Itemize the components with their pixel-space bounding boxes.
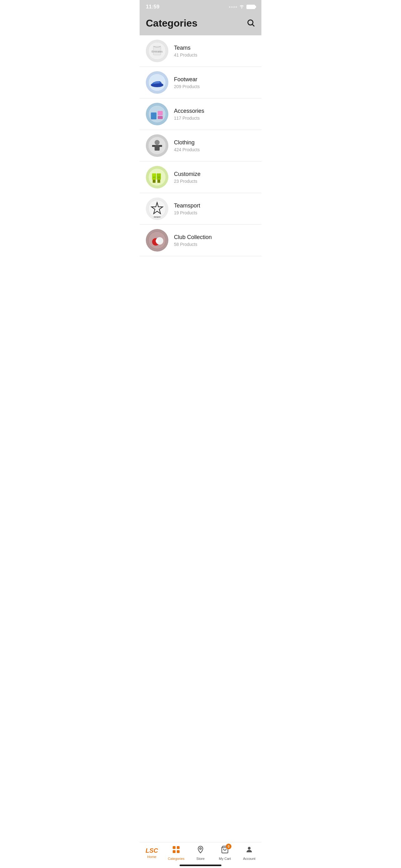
- svg-rect-11: [158, 111, 163, 115]
- battery-icon: [246, 5, 255, 9]
- svg-text:Emirates: Emirates: [152, 50, 163, 53]
- category-image-teamsport: starsport: [146, 197, 168, 220]
- svg-text:10: 10: [153, 176, 155, 178]
- category-list: Emirates Teams 41 Products Footwear 209 …: [140, 35, 261, 287]
- svg-rect-24: [157, 180, 160, 183]
- category-name-clothing: Clothing: [174, 140, 200, 146]
- status-time: 11:59: [146, 4, 159, 10]
- category-image-footwear: [146, 71, 168, 94]
- category-image-accessories: [146, 103, 168, 125]
- svg-line-1: [252, 24, 254, 26]
- page-header: Categories: [140, 14, 261, 35]
- svg-rect-12: [158, 116, 163, 119]
- category-count-teams: 41 Products: [174, 53, 197, 58]
- category-count-clothing: 424 Products: [174, 147, 200, 152]
- wifi-icon: [239, 4, 244, 10]
- search-button[interactable]: [246, 19, 255, 28]
- svg-rect-16: [152, 145, 155, 147]
- category-name-accessories: Accessories: [174, 108, 204, 114]
- category-item-teamsport[interactable]: starsport Teamsport 19 Products: [140, 193, 261, 225]
- status-icons: [229, 4, 255, 10]
- category-count-customize: 23 Products: [174, 179, 201, 184]
- category-item-footwear[interactable]: Footwear 209 Products: [140, 67, 261, 98]
- svg-point-31: [156, 239, 159, 243]
- signal-icon: [229, 6, 237, 8]
- category-count-club-collection: 58 Products: [174, 242, 212, 247]
- category-info-footwear: Footwear 209 Products: [174, 76, 200, 89]
- category-image-clothing: [146, 134, 168, 157]
- category-item-accessories[interactable]: Accessories 117 Products: [140, 98, 261, 130]
- search-icon: [246, 19, 255, 27]
- svg-text:10: 10: [157, 176, 160, 178]
- status-bar: 11:59: [140, 0, 261, 14]
- category-info-teamsport: Teamsport 19 Products: [174, 203, 200, 215]
- category-name-footwear: Footwear: [174, 76, 200, 83]
- category-info-customize: Customize 23 Products: [174, 171, 201, 184]
- category-info-teams: Teams 41 Products: [174, 45, 197, 58]
- category-name-club-collection: Club Collection: [174, 234, 212, 241]
- page-title: Categories: [146, 18, 197, 29]
- category-count-accessories: 117 Products: [174, 116, 204, 121]
- svg-text:starsport: starsport: [154, 216, 161, 218]
- category-image-customize: 10 10: [146, 166, 168, 188]
- category-item-clothing[interactable]: Clothing 424 Products: [140, 130, 261, 161]
- category-info-club-collection: Club Collection 58 Products: [174, 234, 212, 247]
- category-image-club-collection: [146, 229, 168, 251]
- category-item-teams[interactable]: Emirates Teams 41 Products: [140, 35, 261, 67]
- category-info-clothing: Clothing 424 Products: [174, 140, 200, 152]
- svg-rect-17: [159, 145, 162, 147]
- category-name-customize: Customize: [174, 171, 201, 178]
- category-count-teamsport: 19 Products: [174, 210, 200, 215]
- category-item-club-collection[interactable]: Club Collection 58 Products: [140, 225, 261, 256]
- category-item-customize[interactable]: 10 10 Customize 23 Products: [140, 161, 261, 193]
- category-image-teams: Emirates: [146, 40, 168, 62]
- category-info-accessories: Accessories 117 Products: [174, 108, 204, 121]
- category-count-footwear: 209 Products: [174, 84, 200, 89]
- category-name-teams: Teams: [174, 45, 197, 51]
- svg-rect-23: [153, 180, 156, 183]
- svg-point-14: [155, 140, 160, 145]
- svg-rect-10: [151, 113, 157, 119]
- category-name-teamsport: Teamsport: [174, 203, 200, 209]
- svg-rect-15: [155, 145, 160, 151]
